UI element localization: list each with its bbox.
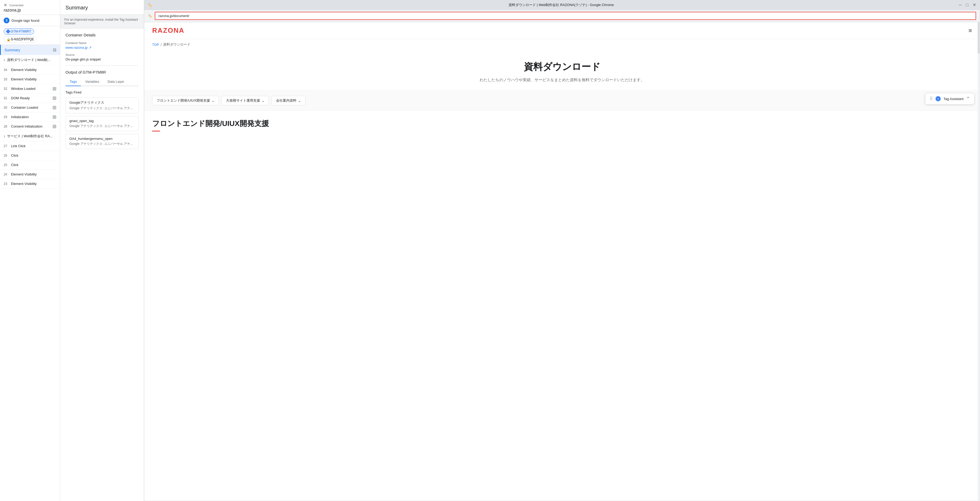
lock-icon: 🔒 [6, 38, 10, 41]
tag-fired-item[interactable]: GA4_humbergermenu_open Google アナリティクス: ユ… [65, 134, 138, 149]
filter-large-site[interactable]: 大規模サイト運用支援 ⌄ [221, 96, 269, 105]
event-type-icon [52, 125, 56, 128]
scrollbar-track[interactable] [978, 22, 980, 501]
site-header: RAZONA ≡ [144, 22, 980, 39]
tag-assistant-widget[interactable]: ⠿ T Tag Assistant ⌃ [925, 93, 975, 105]
list-item[interactable]: 27 Link Click [0, 142, 60, 151]
hamburger-menu-icon[interactable]: ≡ [969, 27, 972, 34]
tag-assistant-label: Tag Assistant [943, 97, 964, 101]
maximize-button[interactable]: □ [966, 3, 969, 7]
container-name-value[interactable]: www.razona.jp ↗ [65, 46, 138, 49]
filter-company-label: 会社案内資料 [276, 98, 296, 103]
tags-found-label: Google tags found [11, 19, 56, 22]
section-heading: フロントエンド開発/UIUX開発支援 [152, 119, 972, 129]
event-name: Element Visibility [11, 172, 56, 176]
source-label: Source [65, 53, 138, 56]
scrollbar-thumb[interactable] [978, 22, 980, 54]
tag-fired-name: gnavi_open_tag [66, 116, 138, 124]
url-bar[interactable] [155, 12, 976, 20]
middle-panel: Summary For an improved experience, inst… [60, 0, 144, 501]
list-item[interactable]: 34 Element Visibility [0, 65, 60, 75]
event-num: 29 [4, 115, 10, 119]
event-num: 31 [4, 96, 10, 100]
list-item[interactable]: 31 DOM Ready [0, 94, 60, 103]
gtm-chip-label: GTM-P7M8RT [11, 30, 31, 33]
event-name: DOM Ready [11, 96, 51, 100]
container-name-text: www.razona.jp [65, 46, 88, 49]
drag-handle-icon: ⠿ [929, 96, 933, 102]
tag-fired-item[interactable]: Googleアナリティクス Google アナリティクス: ユニバーサル アナ.… [65, 97, 138, 113]
filter-frontend-label: フロントエンド開発/UIUX開発支援 [157, 98, 210, 103]
output-title: Output of GTM-P7M8R [65, 70, 138, 75]
tab-variables[interactable]: Variables [81, 78, 103, 86]
filter-company-arrow: ⌄ [298, 99, 301, 103]
external-link-icon: ↗ [89, 46, 92, 49]
summary-label: Summary [5, 48, 20, 52]
event-name: Click [11, 163, 56, 167]
list-item[interactable]: 29 Initialization [0, 112, 60, 122]
left-header: ✕ Connected razona.jp [0, 0, 60, 15]
middle-header: Summary [60, 0, 144, 15]
minimize-button[interactable]: ─ [959, 3, 962, 7]
filter-section-wrapper: フロントエンド開発/UIUX開発支援 ⌄ 大規模サイト運用支援 ⌄ 会社案内資料… [144, 91, 980, 111]
event-list: 資料ダウンロード | Web制... 34 Element Visibility… [0, 55, 60, 501]
browser-icon: 🏷️ [148, 3, 153, 7]
tag-fired-name: GA4_humbergermenu_open [66, 134, 138, 142]
event-num: 28 [4, 125, 10, 128]
event-type-icon [52, 87, 56, 91]
event-num: 32 [4, 87, 10, 91]
event-name: Element Visibility [11, 68, 56, 72]
tags-fired-label: Tags Fired [65, 91, 138, 94]
close-icon[interactable]: ✕ [4, 3, 8, 7]
filter-frontend[interactable]: フロントエンド開発/UIUX開発支援 ⌄ [152, 96, 219, 105]
filter-frontend-arrow: ⌄ [212, 99, 215, 103]
event-type-icon [52, 115, 56, 119]
gtm-chip[interactable]: GTM-P7M8RT [4, 28, 34, 35]
list-item[interactable]: 24 Element Visibility [0, 170, 60, 179]
list-item[interactable]: 33 Element Visibility [0, 75, 60, 84]
tab-data-layer[interactable]: Data Layer [103, 78, 129, 86]
event-type-icon [52, 96, 56, 100]
list-item[interactable]: 28 Consent Initialization [0, 122, 60, 131]
event-type-icon [52, 106, 56, 110]
filter-company[interactable]: 会社案内資料 ⌄ [272, 96, 305, 105]
razona-logo: RAZONA [152, 27, 185, 35]
event-num: 23 [4, 182, 10, 186]
hero-title: 資料ダウンロード [152, 60, 972, 73]
diamond-icon [6, 29, 11, 34]
tag-assistant-logo: T [935, 96, 941, 101]
ga-chip-label: G-N3Z2F9TFQE [11, 37, 34, 41]
chevron-up-icon: ⌃ [966, 96, 970, 102]
ga-chip[interactable]: 🔒 G-N3Z2F9TFQE [4, 36, 37, 43]
container-name-label: Container Name [65, 41, 138, 45]
list-item[interactable]: 23 Element Visibility [0, 179, 60, 189]
tags-found-bar: 3 Google tags found [0, 15, 60, 26]
event-name: Link Click [11, 144, 56, 148]
browser-window: 🏷️ 資料ダウンロード | Web制作会社 RAZONA(ラゾナ) - Goog… [144, 0, 980, 501]
event-name: Element Visibility [11, 182, 56, 186]
list-item[interactable]: 30 Container Loaded [0, 103, 60, 112]
breadcrumb: TOP / 資料ダウンロード [144, 39, 980, 50]
connected-label-text: Connected [10, 4, 23, 7]
hero-desc: わたしたちのノウハウや実績、サービスをまとめた資料を無料でダウンロードいただけま… [152, 78, 972, 83]
section-content: フロントエンド開発/UIUX開発支援 [144, 111, 980, 137]
event-name: Container Loaded [11, 105, 51, 110]
domain-title: razona.jp [4, 8, 56, 13]
filter-large-site-arrow: ⌄ [262, 99, 264, 103]
summary-nav-item[interactable]: Summary ⊟ [0, 45, 60, 55]
list-item[interactable]: 26 Click [0, 151, 60, 160]
tab-tags[interactable]: Tags [65, 78, 81, 86]
info-banner: For an improved experience, install the … [60, 15, 144, 29]
event-num: 33 [4, 78, 10, 81]
close-button[interactable]: ✕ [973, 2, 976, 7]
filter-large-site-label: 大規模サイト運用支援 [226, 98, 260, 103]
list-item[interactable]: 資料ダウンロード | Web制... [0, 55, 60, 65]
list-item[interactable]: 25 Click [0, 160, 60, 170]
breadcrumb-top[interactable]: TOP [152, 43, 159, 47]
divider [65, 65, 138, 66]
tag-chips-row: GTM-P7M8RT 🔒 G-N3Z2F9TFQE [0, 26, 60, 45]
list-item[interactable]: 32 Window Loaded [0, 84, 60, 94]
list-item[interactable]: サービス | Web制作会社 RA... [0, 131, 60, 142]
tag-fired-item[interactable]: gnavi_open_tag Google アナリティクス: ユニバーサル アナ… [65, 116, 138, 131]
middle-content: Container Details Container Name www.raz… [60, 29, 144, 501]
